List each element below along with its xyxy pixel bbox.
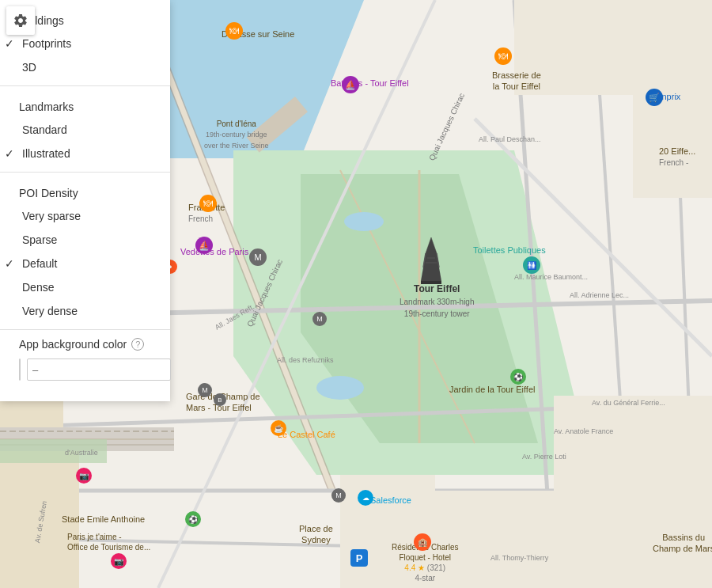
footprints-option[interactable]: ✓ Footprints <box>0 32 170 55</box>
color-input-row <box>19 358 151 381</box>
svg-rect-36 <box>423 265 439 267</box>
svg-rect-26 <box>554 396 712 588</box>
poi-density-header: POI Density <box>0 179 170 204</box>
standard-option[interactable]: Standard <box>0 118 170 142</box>
color-text-input[interactable] <box>27 358 171 381</box>
svg-point-7 <box>344 212 384 231</box>
svg-point-8 <box>316 376 364 400</box>
standard-label: Standard <box>22 123 67 136</box>
bg-color-label-row: App background color ? <box>19 338 151 351</box>
bg-color-text: App background color <box>19 338 127 351</box>
dense-label: Dense <box>22 281 54 294</box>
very-dense-label: Very dense <box>22 305 78 317</box>
landmarks-header: Landmarks <box>0 93 170 118</box>
svg-rect-27 <box>340 475 435 588</box>
default-label: Default <box>22 257 57 270</box>
dense-option[interactable]: Dense <box>0 275 170 299</box>
illustrated-option[interactable]: ✓ Illustrated <box>0 142 170 165</box>
footprints-label: Footprints <box>22 37 71 50</box>
gear-icon <box>13 13 28 28</box>
footprints-check: ✓ <box>5 37 14 50</box>
landmarks-section: Landmarks Standard ✓ Illustrated <box>0 86 170 173</box>
sparse-option[interactable]: Sparse <box>0 228 170 252</box>
threed-option[interactable]: 3D <box>0 55 170 79</box>
svg-rect-33 <box>0 439 107 463</box>
svg-rect-38 <box>421 281 441 284</box>
help-icon[interactable]: ? <box>131 338 144 351</box>
bg-color-section: App background color ? <box>0 330 170 389</box>
svg-marker-34 <box>426 237 437 253</box>
sparse-label: Sparse <box>22 233 57 246</box>
illustrated-label: Illustrated <box>22 147 70 160</box>
default-check: ✓ <box>5 257 14 270</box>
settings-button[interactable] <box>6 6 35 35</box>
svg-rect-24 <box>0 443 79 588</box>
illustrated-check: ✓ <box>5 147 14 160</box>
poi-density-section: POI Density Very sparse Sparse ✓ Default… <box>0 173 170 330</box>
color-checker[interactable] <box>19 358 21 381</box>
settings-panel: Buildings ✓ Footprints 3D Landmarks Stan… <box>0 0 170 401</box>
svg-rect-28 <box>435 491 554 588</box>
threed-label: 3D <box>22 61 36 74</box>
svg-rect-23 <box>633 79 712 198</box>
svg-marker-37 <box>421 267 441 281</box>
very-sparse-label: Very sparse <box>22 210 81 222</box>
very-dense-option[interactable]: Very dense <box>0 299 170 323</box>
very-sparse-option[interactable]: Very sparse <box>0 204 170 228</box>
default-option[interactable]: ✓ Default <box>0 252 170 275</box>
